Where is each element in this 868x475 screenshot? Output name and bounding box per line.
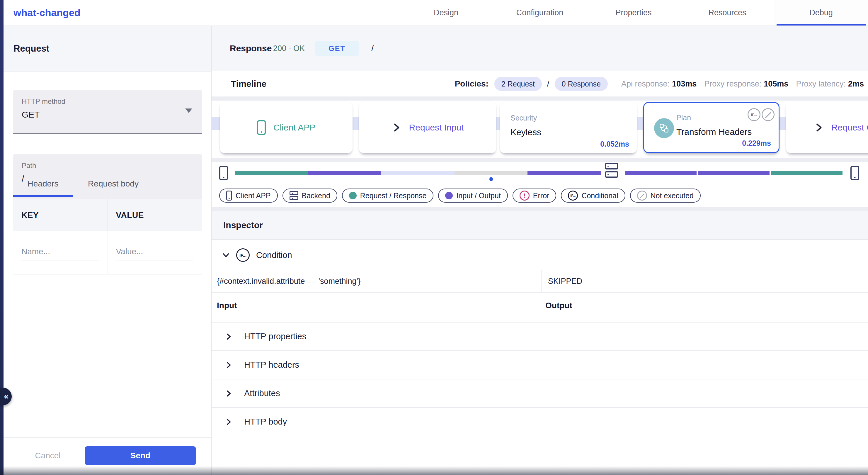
condition-expression: {#context.invalid.attribute == 'somethin… [212, 270, 541, 292]
card-client-app[interactable]: Client APP [220, 102, 352, 153]
section-divider [212, 96, 868, 100]
policies-slash: / [547, 79, 550, 89]
client-phone-icon [219, 166, 228, 180]
card-category: Plan [676, 114, 691, 122]
send-button[interactable]: Send [85, 446, 196, 465]
response-title: Response [230, 43, 272, 53]
teal-dot-icon [349, 192, 356, 199]
proxy-latency-label: Proxy latency: [796, 80, 846, 89]
legend-chip-request-response: Request / Response [342, 188, 434, 203]
conditional-icon: IF... [568, 190, 578, 201]
card-category: Security [510, 114, 537, 122]
output-column-header: Output [545, 301, 572, 310]
client-app-label: Client APP [273, 123, 315, 132]
nav-tabs: Design Configuration Properties Resource… [399, 0, 868, 26]
legend-chip-backend: Backend [282, 188, 337, 203]
request-policies-pill: 2 Request [494, 77, 542, 91]
io-column-headers: Input Output [212, 293, 868, 312]
dropdown-arrow-icon [185, 109, 192, 113]
legend-chip-not-executed: Not executed [630, 188, 701, 203]
row-http-headers[interactable]: HTTP headers [212, 350, 868, 379]
card-request-output[interactable]: Request Output [786, 102, 868, 153]
tab-properties[interactable]: Properties [587, 0, 680, 26]
legend-chip-input-output: Input / Output [438, 188, 508, 203]
inspector-header: Inspector [212, 211, 868, 240]
key-column-header: KEY [13, 199, 107, 231]
tab-resources[interactable]: Resources [680, 0, 774, 26]
row-http-properties[interactable]: HTTP properties [212, 322, 868, 350]
headers-table: KEY VALUE [13, 199, 202, 274]
legend-row: Client APP Backend Request / Response In… [212, 188, 868, 207]
header-value-input[interactable] [116, 245, 193, 260]
conditional-icon: IF... [748, 108, 761, 121]
tab-configuration[interactable]: Configuration [493, 0, 587, 26]
timeline-bar-row [212, 162, 868, 188]
legend-chip-error: ! Error [513, 188, 557, 203]
timeline-header: Timeline Policies: 2 Request / 0 Respons… [212, 71, 868, 96]
conditional-icon: IF... [236, 248, 250, 262]
condition-label: Condition [256, 250, 292, 260]
row-http-body[interactable]: HTTP body [212, 407, 868, 436]
chevron-right-icon [225, 418, 232, 426]
error-icon: ! [520, 190, 530, 201]
timeline-title: Timeline [231, 79, 267, 89]
footer-divider [3, 438, 211, 438]
request-tabs: Headers Request body [13, 171, 202, 199]
purple-dot-icon [445, 192, 453, 199]
condition-expander[interactable]: IF... Condition [212, 240, 868, 270]
status-badge: 200 - OK [273, 44, 305, 53]
timeline-cards-row: Client APP Request Input Security Keyles… [212, 100, 868, 158]
request-input-label: Request Input [409, 123, 464, 132]
proxy-response-label: Proxy response: [704, 80, 761, 89]
api-response-label: Api response: [621, 80, 670, 89]
response-panel: Response 200 - OK GET / Timeline Policie… [211, 26, 868, 475]
card-duration: 0.229ms [742, 139, 771, 147]
debug-page: « what-changed Design Configuration Prop… [0, 0, 868, 475]
card-request-input[interactable]: Request Input [359, 102, 496, 153]
tab-design[interactable]: Design [399, 0, 493, 26]
not-executed-icon [637, 190, 647, 201]
http-method-select[interactable]: HTTP method GET [13, 90, 202, 134]
backend-icon [605, 163, 618, 178]
collapse-icon: « [4, 392, 8, 401]
inspector-sections: HTTP properties HTTP headers Attributes … [212, 322, 868, 436]
client-phone-icon [226, 190, 232, 201]
timeline-stats: Api response: 103ms Proxy response: 105m… [621, 80, 864, 89]
policies-label: Policies: [455, 79, 489, 89]
response-path: / [371, 43, 374, 53]
card-badges: IF... [748, 108, 775, 121]
page-title: what-changed [13, 7, 81, 19]
card-name: Keyless [510, 127, 541, 137]
proxy-latency-value: 2ms [848, 80, 864, 89]
client-phone-icon [850, 166, 859, 180]
proxy-response-value: 105ms [764, 80, 788, 89]
top-bar: what-changed Design Configuration Proper… [3, 0, 868, 26]
header-name-input[interactable] [21, 245, 99, 260]
value-column-header: VALUE [107, 199, 202, 231]
input-column-header: Input [217, 301, 237, 310]
http-method-label: HTTP method [22, 97, 193, 106]
request-output-label: Request Output [831, 123, 868, 132]
tab-headers[interactable]: Headers [13, 171, 73, 197]
cancel-button[interactable]: Cancel [26, 446, 70, 465]
tab-request-body[interactable]: Request body [73, 171, 154, 197]
response-header: Response 200 - OK GET / [212, 26, 868, 71]
path-label: Path [22, 161, 193, 170]
chevron-right-icon [814, 123, 824, 132]
chevron-right-icon [225, 361, 232, 369]
request-panel-header: Request [3, 26, 211, 72]
transform-headers-policy-icon [654, 118, 674, 138]
legend-chip-client-app: Client APP [219, 188, 278, 203]
timeline-bar-segments[interactable] [235, 171, 842, 175]
card-plan-transform-headers[interactable]: IF... Plan Transform Headers 0.229ms [643, 102, 779, 153]
timeline-position-dot[interactable] [489, 177, 493, 181]
section-divider [212, 158, 868, 162]
chevron-down-icon [222, 251, 230, 259]
chevron-right-icon [225, 333, 232, 340]
tab-debug[interactable]: Debug [774, 0, 868, 26]
condition-table: {#context.invalid.attribute == 'somethin… [212, 270, 868, 293]
row-attributes[interactable]: Attributes [212, 379, 868, 407]
section-divider [212, 207, 868, 211]
request-panel-title: Request [13, 43, 49, 54]
card-security-keyless[interactable]: Security Keyless 0.052ms [500, 102, 637, 153]
